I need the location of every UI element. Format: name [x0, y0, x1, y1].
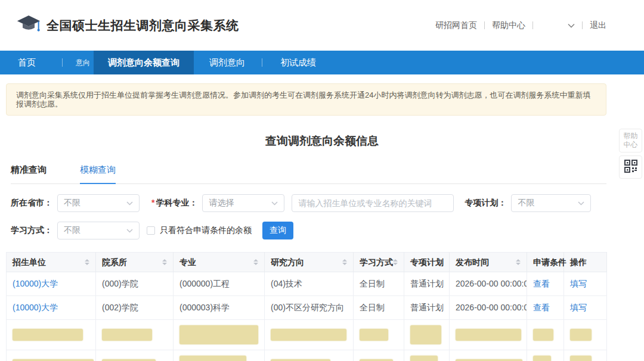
redacted-cell: [179, 356, 246, 361]
study-mode-cell: 全日制: [354, 296, 404, 320]
chevron-down-icon: [568, 23, 575, 28]
tab-fuzzy-query[interactable]: 模糊查询: [80, 164, 116, 184]
nav-item-balance-query[interactable]: 调剂意向余额查询: [94, 51, 194, 74]
col-apply-condition: 申请条件: [527, 253, 564, 272]
fill-in-link[interactable]: 填写: [570, 303, 587, 312]
redacted-cell: [271, 329, 346, 341]
sort-icon[interactable]: [162, 259, 167, 265]
page-title: 查询调剂意向余额信息: [0, 133, 644, 149]
province-select[interactable]: 不限: [57, 194, 140, 212]
table-row: (10000)大学 (000)学院 (000000)工程 (04)技术 全日制 …: [7, 272, 607, 296]
major-cell: (000000)工程: [174, 272, 265, 296]
header-links: 研招网首页 帮助中心 退出: [435, 20, 606, 31]
chevron-down-icon: [126, 229, 133, 233]
chevron-down-icon: [578, 201, 584, 206]
table-header-row: 招生单位 院系所 专业 研究方向 学习方式 专项计划 发布时间 申请条件 操作: [7, 253, 607, 272]
subject-value: 请选择: [209, 198, 234, 208]
floating-help-center-button[interactable]: 帮助 中心: [619, 129, 642, 153]
brand: 全国硕士生招生调剂意向采集系统: [17, 14, 239, 37]
table-row-redacted: [7, 320, 607, 350]
nav-item-home[interactable]: 首页: [18, 51, 36, 74]
filter-panel: 所在省市： 不限 *学科专业： 请选择 专项计划： 不限 学习方式： 不限 只看…: [11, 194, 606, 239]
graduation-cap-icon: [17, 14, 41, 37]
study-mode-select[interactable]: 不限: [57, 222, 140, 239]
col-unit[interactable]: 招生单位: [7, 253, 96, 272]
col-action: 操作: [564, 253, 607, 272]
nav-item-adjust-intention[interactable]: 调剂意向: [194, 51, 261, 74]
plan-cell: 普通计划: [404, 272, 450, 296]
col-publish-time[interactable]: 发布时间: [450, 253, 527, 272]
plan-cell: 普通计划: [404, 296, 450, 320]
sort-icon[interactable]: [253, 259, 258, 265]
divider: [262, 58, 262, 67]
divider: [582, 21, 583, 29]
col-study-mode[interactable]: 学习方式: [354, 253, 404, 272]
col-direction[interactable]: 研究方向: [265, 253, 354, 272]
link-help-center[interactable]: 帮助中心: [492, 20, 525, 31]
nav-item-intention[interactable]: 意向: [76, 51, 90, 74]
table-row-redacted: [7, 350, 607, 361]
user-menu[interactable]: [540, 23, 575, 28]
tab-precise-query[interactable]: 精准查询: [11, 164, 47, 183]
app-title: 全国硕士生招生调剂意向采集系统: [47, 17, 239, 34]
view-condition-link[interactable]: 查看: [533, 303, 550, 312]
sort-icon[interactable]: [393, 259, 398, 265]
col-dept[interactable]: 院系所: [96, 253, 174, 272]
study-mode-label: 学习方式：: [11, 225, 52, 236]
main-nav: 首页 意向 调剂意向余额查询 调剂意向 初试成绩: [0, 51, 644, 74]
dept-cell: (002)学院: [96, 296, 174, 320]
redacted-cell: [179, 325, 258, 344]
plan-select[interactable]: 不限: [511, 194, 591, 212]
redacted-cell: [533, 329, 553, 341]
publish-time-cell: 2026-00-00 00:00:00: [450, 296, 527, 320]
floating-qr-code-button[interactable]: [619, 155, 642, 179]
link-logout[interactable]: 退出: [590, 20, 606, 31]
qr-code-icon: [624, 160, 637, 175]
plan-label: 专项计划：: [465, 198, 506, 208]
sort-icon[interactable]: [85, 259, 89, 265]
col-plan[interactable]: 专项计划: [404, 253, 450, 272]
link-yanzhao-home[interactable]: 研招网首页: [435, 20, 477, 31]
nav-item-initial-score[interactable]: 初试成绩: [264, 51, 333, 74]
province-label: 所在省市：: [11, 198, 52, 208]
major-cell: (000003)科学: [174, 296, 265, 320]
app-header: 全国硕士生招生调剂意向采集系统 研招网首页 帮助中心 退出: [0, 0, 644, 51]
unit-link[interactable]: (10000)大学: [13, 303, 58, 312]
redacted-cell: [533, 356, 551, 361]
redacted-cell: [570, 329, 592, 341]
sort-icon[interactable]: [516, 259, 521, 265]
table-row: (10000)大学 (002)学院 (000003)科学 (00)不区分研究方向…: [7, 296, 607, 320]
filter-row-2: 学习方式： 不限 只看符合申请条件的余额 查询: [11, 222, 606, 239]
publish-time-cell: 2026-00-00 00:00:00: [450, 272, 527, 296]
fill-in-link[interactable]: 填写: [570, 279, 587, 288]
study-mode-cell: 全日制: [354, 272, 404, 296]
plan-value: 不限: [518, 198, 534, 208]
chevron-down-icon: [271, 201, 278, 206]
search-button[interactable]: 查询: [262, 222, 293, 239]
filter-row-1: 所在省市： 不限 *学科专业： 请选择 专项计划： 不限: [11, 194, 606, 212]
direction-cell: (00)不区分研究方向: [265, 296, 354, 320]
query-tabs: 精准查询 模糊查询: [11, 164, 606, 184]
redacted-cell: [360, 329, 388, 341]
divider: [62, 58, 63, 67]
help-label-line2: 中心: [621, 141, 640, 150]
subject-select[interactable]: 请选择: [202, 194, 284, 212]
unit-link[interactable]: (10000)大学: [13, 279, 58, 288]
eligible-only-checkbox-wrap[interactable]: 只看符合申请条件的余额: [147, 225, 252, 236]
eligible-only-label: 只看符合申请条件的余额: [160, 225, 252, 236]
subject-label: *学科专业：: [151, 198, 197, 208]
col-major[interactable]: 专业: [174, 253, 265, 272]
redacted-cell: [570, 356, 592, 361]
results-table: 招生单位 院系所 专业 研究方向 学习方式 专项计划 发布时间 申请条件 操作 …: [6, 252, 607, 361]
divider: [484, 21, 485, 29]
keyword-input[interactable]: [292, 194, 454, 212]
divider: [532, 21, 533, 29]
required-asterisk: *: [151, 198, 154, 207]
help-label-line1: 帮助: [621, 132, 640, 141]
redacted-cell: [13, 329, 83, 341]
redacted-cell: [456, 329, 521, 341]
sort-icon[interactable]: [342, 259, 347, 265]
study-mode-value: 不限: [64, 225, 80, 236]
checkbox-icon[interactable]: [147, 226, 155, 235]
view-condition-link[interactable]: 查看: [533, 279, 550, 288]
